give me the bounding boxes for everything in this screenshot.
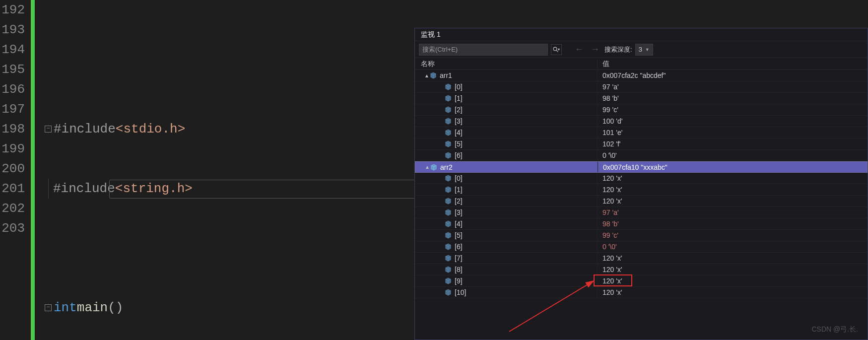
row-value[interactable]: 0 '\0' <box>598 243 868 251</box>
header: <stdio.h> <box>116 119 185 139</box>
watch-row[interactable]: [2]120 'x' <box>415 196 868 207</box>
row-name[interactable]: [4] <box>415 218 598 229</box>
nav-next[interactable]: → <box>589 44 601 55</box>
row-name[interactable]: [8] <box>415 264 598 275</box>
row-name[interactable]: [1] <box>415 184 598 195</box>
watch-row[interactable]: [6]0 '\0' <box>415 150 868 161</box>
row-name[interactable]: [4] <box>415 127 598 138</box>
row-name[interactable]: [7] <box>415 253 598 264</box>
watch-row[interactable]: [6]0 '\0' <box>415 241 868 253</box>
row-value[interactable]: 98 'b' <box>598 220 868 228</box>
row-value[interactable]: 0x007cfa10 "xxxabc" <box>598 163 867 171</box>
row-value[interactable]: 98 'b' <box>598 94 868 102</box>
header: <string.h> <box>115 179 193 199</box>
code-editor[interactable]: 192193194195196197198199200201202203 −#i… <box>0 0 414 340</box>
watch-row[interactable]: ▲arr10x007cfa2c "abcdef" <box>415 70 868 81</box>
watch-row[interactable]: [0]120 'x' <box>415 173 868 184</box>
nav-prev[interactable]: ← <box>573 44 586 55</box>
watch-row[interactable]: [4]98 'b' <box>415 218 868 230</box>
row-value[interactable]: 101 'e' <box>598 129 868 136</box>
watch-row[interactable]: [8]120 'x' <box>415 264 868 275</box>
row-value[interactable]: 99 'c' <box>598 106 868 114</box>
watch-row[interactable]: [7]120 'x' <box>415 253 868 264</box>
line-number: 195 <box>0 60 25 79</box>
row-value[interactable]: 97 'a' <box>598 208 868 216</box>
row-name[interactable]: [9] <box>415 275 598 286</box>
row-name[interactable]: [1] <box>415 93 598 104</box>
row-name[interactable]: [2] <box>415 104 598 115</box>
line-number: 202 <box>0 199 25 218</box>
func-name: main <box>77 298 108 318</box>
line-number: 201 <box>0 179 25 199</box>
line-number: 197 <box>0 99 25 119</box>
watch-row[interactable]: [9]120 'x' <box>415 275 868 287</box>
watch-row[interactable]: [4]101 'e' <box>415 127 868 138</box>
row-value[interactable]: 120 'x' <box>598 186 868 194</box>
row-value[interactable]: 120 'x' <box>598 254 868 262</box>
search-button[interactable]: ▾ <box>551 44 562 55</box>
row-name[interactable]: [5] <box>415 230 598 241</box>
preproc: #include <box>54 119 116 139</box>
code-content[interactable]: −#include<stdio.h> #include<string.h> −i… <box>45 0 333 340</box>
watch-row[interactable]: [5]99 'c' <box>415 230 868 241</box>
row-value[interactable]: 0 '\0' <box>598 151 868 159</box>
svg-point-0 <box>553 47 557 51</box>
watch-row[interactable]: [2]99 'c' <box>415 104 868 116</box>
row-value[interactable]: 99 'c' <box>598 231 868 239</box>
row-name[interactable]: [0] <box>415 81 598 92</box>
row-value[interactable]: 120 'x' <box>598 288 868 296</box>
watch-rows[interactable]: ▲arr10x007cfa2c "abcdef"[0]97 'a'[1]98 '… <box>415 70 868 298</box>
depth-select[interactable]: 3▼ <box>635 44 653 56</box>
keyword: int <box>54 298 77 318</box>
watch-row[interactable]: [1]120 'x' <box>415 184 868 196</box>
watch-row[interactable]: [10]120 'x' <box>415 287 868 298</box>
line-number: 199 <box>0 139 25 159</box>
row-value[interactable]: 120 'x' <box>598 174 868 182</box>
watch-header: 名称 值 <box>415 58 868 70</box>
row-name[interactable]: [5] <box>415 138 598 149</box>
row-name[interactable]: [2] <box>415 196 598 206</box>
watch-row[interactable]: [1]98 'b' <box>415 93 868 104</box>
row-value[interactable]: 120 'x' <box>598 197 868 205</box>
watch-row[interactable]: [5]102 'f' <box>415 138 868 150</box>
watch-row[interactable]: [3]97 'a' <box>415 207 868 218</box>
col-header-value[interactable]: 值 <box>598 60 868 68</box>
row-name[interactable]: [3] <box>415 116 598 127</box>
watch-title: 监视 1 <box>415 28 868 41</box>
watch-panel[interactable]: 监视 1 搜索(Ctrl+E) ▾ ← → 搜索深度: 3▼ 名称 值 ▲arr… <box>414 28 868 340</box>
row-name[interactable]: [0] <box>415 173 598 184</box>
line-number: 196 <box>0 79 25 99</box>
row-name[interactable]: ▲arr2 <box>415 162 598 172</box>
line-number: 192 <box>0 0 25 20</box>
row-name[interactable]: [6] <box>415 150 598 161</box>
line-gutter: 192193194195196197198199200201202203 <box>0 0 31 340</box>
line-number: 203 <box>0 218 25 238</box>
row-value[interactable]: 120 'x' <box>598 277 868 285</box>
depth-label: 搜索深度: <box>604 45 632 54</box>
watch-row[interactable]: [3]100 'd' <box>415 116 868 127</box>
row-value[interactable]: 102 'f' <box>598 140 868 148</box>
row-value[interactable]: 0x007cfa2c "abcdef" <box>598 71 868 79</box>
parens: () <box>108 298 123 318</box>
line-number: 193 <box>0 20 25 40</box>
line-number: 194 <box>0 40 25 60</box>
fold-icon[interactable]: − <box>45 126 52 133</box>
fold-icon[interactable]: − <box>45 304 52 311</box>
row-value[interactable]: 97 'a' <box>598 83 868 91</box>
search-placeholder: 搜索(Ctrl+E) <box>422 45 458 54</box>
row-name[interactable]: [10] <box>415 287 598 298</box>
row-name[interactable]: [3] <box>415 207 598 218</box>
row-name[interactable]: [6] <box>415 241 598 252</box>
watch-row[interactable]: [0]97 'a' <box>415 81 868 93</box>
col-header-name[interactable]: 名称 <box>415 60 598 68</box>
watermark: CSDN @弓.长. <box>811 325 858 334</box>
line-number: 198 <box>0 119 25 139</box>
row-value[interactable]: 100 'd' <box>598 117 868 125</box>
row-name[interactable]: ▲arr1 <box>415 70 598 81</box>
line-number: 200 <box>0 159 25 179</box>
row-value[interactable]: 120 'x' <box>598 266 868 273</box>
search-input[interactable]: 搜索(Ctrl+E) <box>419 44 548 56</box>
watch-row[interactable]: ▲arr20x007cfa10 "xxxabc" <box>415 161 868 173</box>
change-indicator <box>31 0 35 340</box>
watch-toolbar: 搜索(Ctrl+E) ▾ ← → 搜索深度: 3▼ <box>415 41 868 58</box>
